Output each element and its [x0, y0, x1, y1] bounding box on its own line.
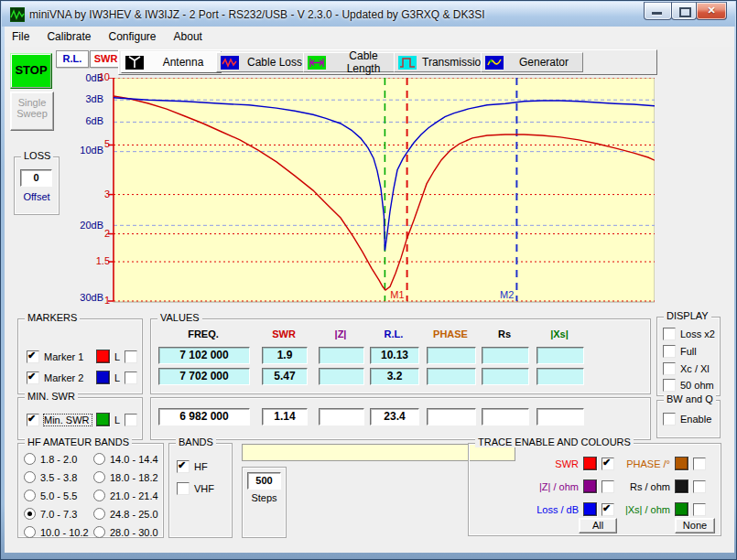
menu-configure[interactable]: Configure	[102, 27, 164, 43]
rl-scale-label[interactable]: R.L.	[56, 50, 89, 68]
m2-rs-value	[482, 368, 529, 385]
m2-freq-value: 7 702 000	[158, 368, 250, 385]
band-7-0-radio[interactable]	[24, 508, 36, 520]
title-bar[interactable]: miniVNA by IW3HEV & IW3IJZ - 2 Port - RS…	[2, 2, 735, 27]
m1-rs-value	[482, 347, 529, 364]
stop-button[interactable]: STOP	[10, 53, 52, 89]
band-28-0-label: 28.0 - 30.0	[110, 527, 158, 538]
min-swr-l-checkbox[interactable]	[125, 414, 137, 426]
min-swr-label: Min. SWR	[44, 415, 92, 425]
display-group-label: DISPLAY	[664, 310, 711, 321]
single-sweep-label-2: Sweep	[11, 108, 53, 119]
tab-transmission[interactable]: Transmission	[394, 52, 488, 72]
menu-file[interactable]: File	[5, 27, 37, 43]
swr-tick-3: 3	[82, 188, 110, 199]
trace-rs-checkbox[interactable]	[693, 480, 706, 493]
marker1-checkbox[interactable]	[27, 350, 39, 363]
close-button[interactable]: ✕	[696, 2, 727, 20]
loss-x2-checkbox[interactable]	[663, 328, 676, 340]
loss-offset-label: Offset	[15, 191, 59, 202]
markers-group: MARKERS Marker 1 L Marker 2 L	[17, 318, 143, 394]
band-10-0-label: 10.0 - 10.2	[40, 527, 89, 538]
tab-cable-length[interactable]: Cable Length	[303, 52, 400, 72]
band-10-0-radio[interactable]	[24, 526, 36, 538]
full-checkbox[interactable]	[663, 345, 676, 358]
menu-about[interactable]: About	[167, 27, 210, 43]
menu-calibrate[interactable]: Calibrate	[39, 27, 98, 43]
trace-phase-color-swatch[interactable]	[675, 457, 688, 470]
trace-loss-label: Loss / dB	[510, 504, 579, 515]
trace-rs-label: Rs / ohm	[585, 481, 670, 492]
marker2-color-swatch[interactable]	[96, 371, 110, 384]
trace-rs-color-swatch[interactable]	[675, 479, 688, 493]
m1-freq-value: 7 102 000	[158, 347, 250, 364]
tab-generator[interactable]: Generator	[481, 52, 583, 72]
min-swr-color-swatch[interactable]	[96, 413, 110, 426]
marker1-color-swatch[interactable]	[96, 350, 110, 363]
50-ohm-checkbox[interactable]	[663, 379, 676, 392]
marker1-l-label: L	[114, 351, 120, 362]
m2-swr-value: 5.47	[262, 368, 308, 385]
trace-xs-label: |Xs| / ohm	[585, 504, 670, 515]
band-1-8-label: 1.8 - 2.0	[40, 454, 77, 465]
band-14-0-radio[interactable]	[93, 453, 105, 465]
xc-xl-checkbox[interactable]	[663, 362, 676, 375]
bwq-enable-checkbox[interactable]	[663, 413, 676, 425]
loss-group: LOSS 0 Offset	[14, 156, 60, 215]
band-3-5-label: 3.5 - 3.8	[40, 472, 77, 483]
tab-cable-loss[interactable]: Cable Loss	[216, 52, 309, 72]
header-xs: |Xs|	[536, 328, 582, 339]
marker2-checkbox[interactable]	[27, 372, 39, 384]
bands-group: BANDS HF VHF	[168, 443, 233, 538]
steps-label: Steps	[243, 492, 286, 503]
swr-scale-label[interactable]: SWR	[90, 50, 122, 68]
trace-xs-color-swatch[interactable]	[675, 502, 688, 516]
min-swr-value: 1.14	[262, 408, 308, 425]
trace-phase-label: PHASE /°	[585, 458, 670, 469]
header-rs: Rs	[482, 328, 527, 339]
trace-all-button[interactable]: All	[579, 518, 617, 533]
marker-1-label: M1	[390, 289, 404, 300]
band-1-8-radio[interactable]	[24, 453, 36, 465]
band-18-0-radio[interactable]	[93, 471, 105, 483]
vhf-checkbox[interactable]	[177, 482, 190, 495]
cable-length-icon	[308, 56, 326, 70]
band-5-0-radio[interactable]	[24, 490, 36, 501]
swr-tick-10: 10	[82, 71, 110, 82]
50-ohm-label: 50 ohm	[680, 380, 714, 391]
band-21-0-radio[interactable]	[93, 490, 105, 501]
db-tick-6: 6dB	[58, 115, 103, 126]
min-swr-checkbox[interactable]	[27, 414, 39, 426]
hf-checkbox[interactable]	[177, 460, 190, 473]
marker2-l-label: L	[114, 372, 120, 383]
header-freq: FREQ.	[158, 328, 248, 339]
loss-offset-input[interactable]: 0	[20, 169, 52, 187]
minimize-button[interactable]	[644, 2, 672, 20]
tab-antenna-label: Antenna	[149, 56, 217, 69]
single-sweep-button[interactable]: Single Sweep	[10, 92, 54, 131]
header-z: |Z|	[319, 328, 363, 339]
min-phase-value	[427, 408, 476, 425]
trace-none-button[interactable]: None	[675, 518, 715, 533]
swr-tick-2: 2	[82, 228, 110, 239]
marker2-l-checkbox[interactable]	[125, 372, 137, 384]
band-3-5-radio[interactable]	[24, 471, 36, 483]
app-icon	[10, 7, 25, 22]
marker1-label: Marker 1	[44, 351, 92, 362]
m1-swr-value: 1.9	[262, 347, 308, 364]
trace-z-label: |Z| / ohm	[510, 481, 579, 492]
tab-antenna[interactable]: Antenna	[121, 51, 222, 73]
band-24-8-radio[interactable]	[93, 508, 105, 520]
trace-xs-checkbox[interactable]	[693, 503, 706, 516]
steps-input[interactable]: 500	[247, 472, 281, 490]
mode-tab-strip: Antenna Cable Loss Cable Length Transmis…	[118, 49, 657, 75]
marker1-l-checkbox[interactable]	[125, 350, 137, 363]
sweep-chart[interactable]: M1M2	[107, 78, 655, 304]
maximize-button[interactable]	[671, 2, 697, 20]
trace-phase-checkbox[interactable]	[693, 458, 706, 470]
m2-xs-value	[536, 368, 584, 385]
band-28-0-radio[interactable]	[93, 526, 105, 538]
generator-icon	[485, 56, 504, 70]
hf-amateur-bands-group: HF AMATEUR BANDS 1.8 - 2.0 3.5 - 3.8 5.0…	[17, 443, 164, 538]
hf-bands-group-label: HF AMATEUR BANDS	[25, 436, 132, 447]
